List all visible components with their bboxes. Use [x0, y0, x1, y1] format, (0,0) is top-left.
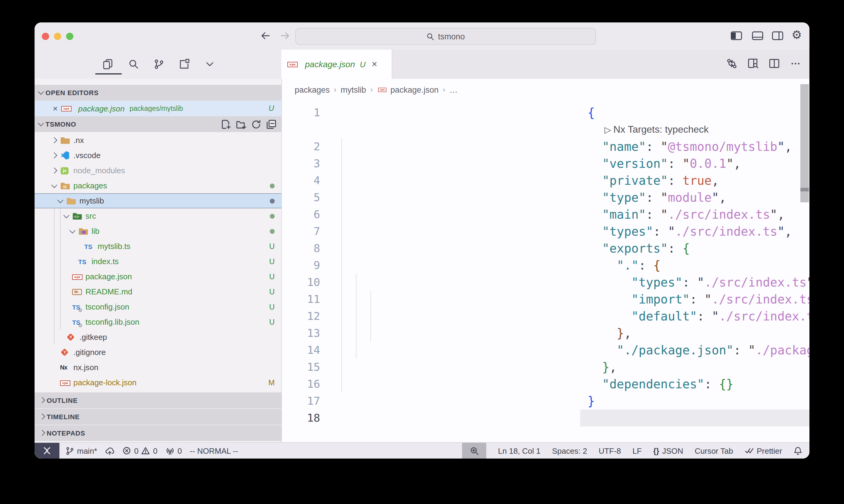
tree-item-index.ts[interactable]: index.tsU	[35, 254, 281, 269]
compare-changes-icon[interactable]	[726, 57, 737, 69]
command-center-search[interactable]: tsmono	[295, 28, 596, 45]
forward-icon[interactable]	[279, 30, 290, 41]
breadcrumb-item[interactable]: packages	[295, 85, 330, 94]
open-preview-icon[interactable]	[747, 57, 758, 69]
indent-guide	[356, 274, 357, 359]
chevron-spacer	[50, 363, 59, 372]
sidebar: OPEN EDITORS package.json packages/mytsl…	[35, 79, 281, 443]
new-folder-icon[interactable]	[236, 119, 246, 129]
vscode-window: tsmono	[35, 22, 809, 458]
source-control-icon[interactable]	[151, 56, 167, 72]
chevron-spacer	[63, 303, 71, 311]
new-file-icon[interactable]	[221, 119, 231, 129]
tree-item-package.json[interactable]: package.jsonU	[35, 269, 281, 284]
open-editor-item-package-json[interactable]: package.json packages/mytslib U	[35, 101, 281, 116]
git-dot-badge	[270, 214, 275, 218]
back-icon[interactable]	[260, 30, 271, 41]
chevron-down-icon[interactable]	[63, 212, 71, 220]
git-status-badge: U	[269, 272, 275, 281]
close-window-button[interactable]	[42, 33, 49, 40]
explorer-section-header[interactable]: TSMONO	[35, 116, 281, 132]
more-actions-icon[interactable]	[789, 57, 801, 69]
cursor-tab-status[interactable]: Cursor Tab	[695, 446, 733, 455]
settings-gear-icon[interactable]	[790, 29, 803, 41]
ts-icon	[78, 256, 88, 266]
notifications-bell[interactable]	[794, 446, 802, 455]
outline-section-header[interactable]: OUTLINE	[35, 392, 281, 408]
tree-item-lib[interactable]: lib	[35, 223, 281, 239]
tree-item-mytslib[interactable]: mytslib	[35, 193, 281, 209]
tree-item-mytslib.ts[interactable]: mytslib.tsU	[35, 239, 281, 254]
chevron-right-icon[interactable]	[50, 166, 59, 175]
explorer-icon[interactable]	[100, 56, 116, 72]
tree-item-packages[interactable]: packages	[35, 178, 281, 193]
codelens-nx-targets[interactable]: Nx Targets: typecheck	[580, 121, 809, 138]
status-right: Ln 18, Col 1 Spaces: 2 UTF-8 LF JSON Cur…	[462, 443, 802, 458]
line-number: 2	[282, 138, 320, 155]
more-views-chevron-icon[interactable]	[202, 56, 218, 72]
minimize-window-button[interactable]	[54, 33, 61, 40]
breadcrumb-item[interactable]: package.json	[391, 85, 439, 94]
tree-item-tsconfig.lib.json[interactable]: tsconfig.lib.jsonU	[35, 314, 281, 329]
breadcrumb-item[interactable]: …	[450, 85, 458, 94]
chevron-right-icon[interactable]	[50, 136, 59, 144]
scrollbar[interactable]	[800, 192, 809, 202]
extensions-icon[interactable]	[176, 56, 192, 72]
breadcrumb-item[interactable]: mytslib	[341, 85, 366, 94]
ports-status[interactable]: 0	[165, 446, 182, 455]
eol-status[interactable]: LF	[632, 446, 641, 455]
tree-item-label: src	[86, 211, 96, 220]
remote-indicator[interactable]	[35, 443, 59, 458]
breadcrumb[interactable]: packages › mytslib › package.json › …	[282, 79, 809, 101]
search-view-icon[interactable]	[125, 56, 141, 72]
toggle-panel-icon[interactable]	[751, 30, 764, 42]
vim-mode-status[interactable]: -- NORMAL --	[190, 446, 238, 455]
close-editor-icon[interactable]	[53, 104, 61, 113]
close-tab-icon[interactable]	[372, 59, 377, 69]
tree-item-.gitignore[interactable]: .gitignore	[35, 345, 281, 360]
tab-package-json[interactable]: package.json U	[281, 50, 392, 79]
open-editors-header[interactable]: OPEN EDITORS	[35, 85, 281, 101]
collapse-folders-icon[interactable]	[266, 119, 276, 129]
tree-item-.vscode[interactable]: .vscode	[35, 148, 281, 163]
chevron-spacer	[50, 378, 59, 387]
code-lines[interactable]: {Nx Targets: typecheck "name": "@tsmono/…	[580, 104, 809, 427]
npm-icon	[378, 86, 386, 94]
toggle-secondary-sidebar-icon[interactable]	[771, 30, 784, 42]
encoding-status[interactable]: UTF-8	[599, 446, 621, 455]
tree-item-nx.json[interactable]: nx.json	[35, 360, 281, 375]
tree-item-.gitkeep[interactable]: .gitkeep	[35, 329, 281, 345]
chevron-down-icon[interactable]	[50, 181, 59, 190]
notepads-section-header[interactable]: NOTEPADS	[35, 425, 281, 441]
chevron-down-icon[interactable]	[56, 197, 65, 205]
search-icon	[427, 32, 434, 40]
tree-item-label: .nx	[73, 136, 84, 145]
publish-status[interactable]	[105, 446, 115, 455]
tree-item-tsconfig.json[interactable]: tsconfig.jsonU	[35, 299, 281, 314]
formatter-status[interactable]: Prettier	[744, 446, 782, 455]
refresh-explorer-icon[interactable]	[251, 119, 261, 129]
editor-actions	[726, 57, 801, 69]
branch-status[interactable]: main*	[66, 446, 97, 455]
language-status[interactable]: JSON	[653, 446, 683, 455]
tree-item-node_modules[interactable]: node_modules	[35, 163, 281, 178]
zoom-window-button[interactable]	[66, 33, 73, 40]
cursor-position-status[interactable]: Ln 18, Col 1	[498, 446, 540, 455]
code-line-5: "type": "module",	[580, 189, 809, 206]
chevron-right-icon[interactable]	[50, 151, 59, 160]
tree-item-README.md[interactable]: README.mdU	[35, 284, 281, 299]
explorer-tree: .nx.vscodenode_modulespackagesmytslibsrc…	[35, 133, 281, 390]
chevron-down-icon[interactable]	[69, 227, 77, 235]
timeline-section-header[interactable]: TIMELINE	[35, 408, 281, 425]
tree-item-package-lock.json[interactable]: package-lock.jsonM	[35, 375, 281, 390]
indentation-status[interactable]: Spaces: 2	[552, 446, 587, 455]
vscode-icon	[60, 150, 70, 160]
tree-item-.nx[interactable]: .nx	[35, 133, 281, 148]
zoom-indicator[interactable]	[462, 443, 486, 458]
tree-item-src[interactable]: src	[35, 209, 281, 223]
md-icon	[72, 287, 83, 296]
scrollbar[interactable]	[800, 84, 809, 188]
split-editor-icon[interactable]	[768, 57, 780, 69]
problems-status[interactable]: 0 0	[123, 446, 158, 455]
toggle-primary-sidebar-icon[interactable]	[729, 30, 743, 42]
